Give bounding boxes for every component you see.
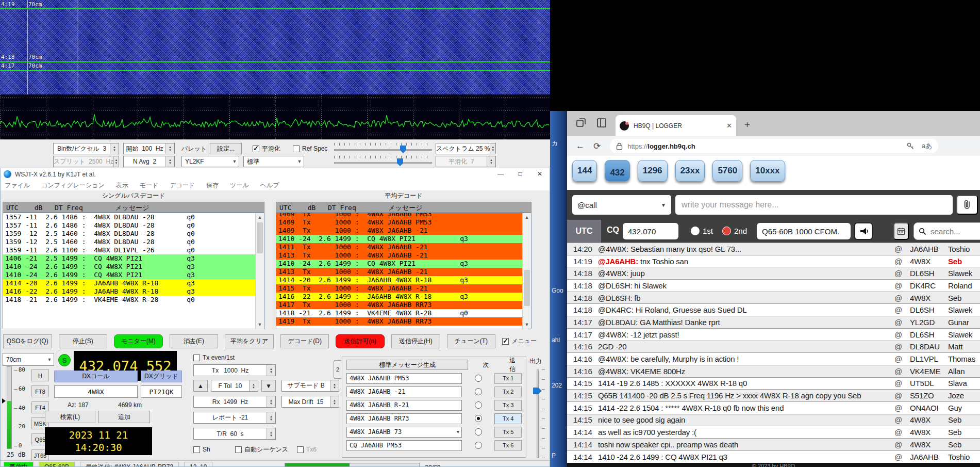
chat-callsign[interactable]: DL8DAU <box>910 342 948 351</box>
close-button[interactable]: ✕ <box>530 168 550 180</box>
chat-at-symbol[interactable]: @ <box>894 318 910 327</box>
browser-tab[interactable]: HB9Q | LOGGER ✕ <box>616 115 736 136</box>
tx-message-field[interactable]: CQ JA6AHB PM53▼ <box>346 440 462 451</box>
menu-item[interactable]: 保存 <box>206 181 219 190</box>
chat-at-symbol[interactable]: @ <box>894 428 910 437</box>
chat-callsign[interactable]: 4W8X <box>910 257 948 266</box>
scroll-down-icon[interactable]: ▼ <box>256 320 264 329</box>
cq-frequency-input[interactable] <box>623 223 678 239</box>
maximize-button[interactable]: □ <box>510 168 530 180</box>
chat-callsign[interactable]: DL6SH <box>910 305 948 314</box>
max-drift-spinner[interactable]: Max Drift 15▲▼ <box>281 396 339 408</box>
action-button[interactable]: 送信停止(H) <box>391 334 440 348</box>
decode-row[interactable]: 1413 Tx 1000 : 4W8X JA6AHB -21 <box>276 251 522 260</box>
action-button[interactable]: 送信許可(n) <box>336 334 385 348</box>
spinner-arrows-icon[interactable]: ▲▼ <box>110 143 119 154</box>
decode-row[interactable]: 1414 -20 2.6 1499 : JA6AHB 4W8X R-18 q3 <box>276 276 522 284</box>
tx-message-field[interactable]: 4W8X JA6AHB RR73▼ <box>346 413 462 424</box>
tx-message-field[interactable]: 4W8X JA6AHB PM53▼ <box>346 373 462 384</box>
spinner-arrows-icon[interactable]: ▲▼ <box>267 412 275 423</box>
scroll-thumb[interactable] <box>257 222 263 253</box>
bins-per-pixel-spinner[interactable]: Bin数/ピクセル 3 ▲▼ <box>53 143 119 154</box>
chat-row[interactable]: 14:15 1414 -19 2.6 1485 : XXXXXX 4W8X R-… <box>567 377 980 390</box>
tx-message-field[interactable]: 4W8X JA6AHB -21▼ <box>346 387 462 397</box>
scroll-down-icon[interactable]: ▼ <box>523 320 531 329</box>
tx-button[interactable]: Tx 4 <box>494 413 522 424</box>
chat-callsign[interactable]: VK4EME <box>910 367 948 376</box>
chat-at-symbol[interactable]: @ <box>894 355 910 363</box>
next-radio[interactable] <box>475 428 482 436</box>
url-field[interactable]: https://logger.hb9q.ch aあ <box>610 139 938 153</box>
menu-item[interactable]: ヘルプ <box>260 181 279 190</box>
n-avg-spinner[interactable]: N Avg 2 ▲▼ <box>123 156 175 167</box>
flatten-select[interactable]: 標準▼ <box>243 156 304 167</box>
action-button[interactable]: デコード(D) <box>280 334 329 348</box>
new-tab-button[interactable]: + <box>744 120 750 130</box>
chat-at-symbol[interactable]: @ <box>894 245 910 253</box>
lookup-button[interactable]: 検索(L) <box>45 411 95 423</box>
chat-callsign[interactable]: UT5DL <box>910 379 948 388</box>
at-call-select[interactable]: @call▼ <box>572 195 671 215</box>
cq-message-input[interactable] <box>757 223 851 239</box>
decode-row[interactable]: 1357 -11 2.6 1486 : 4W8X DL8DAU -28 q0 <box>3 221 255 230</box>
band-button[interactable]: 5760 <box>712 160 742 182</box>
report-spinner[interactable]: レポート -21▲▼ <box>193 412 276 424</box>
tab-close-icon[interactable]: ✕ <box>726 122 732 130</box>
chat-message-input[interactable] <box>675 195 953 215</box>
tx-to-rx-button[interactable]: ▲ <box>193 380 208 392</box>
average-decode-panel[interactable]: 1409 Tx 1000 : 4W8X JA6AHB PM531409 Tx 1… <box>276 213 531 329</box>
power-slider-track[interactable] <box>537 369 539 458</box>
chat-at-symbol[interactable]: @ <box>894 305 910 314</box>
chat-at-symbol[interactable]: @ <box>894 453 910 461</box>
search-field[interactable] <box>913 222 980 240</box>
action-button[interactable]: チューン(T) <box>447 334 496 348</box>
translate-icon[interactable]: aあ <box>922 141 933 151</box>
tx-button[interactable]: Tx 2 <box>494 387 522 397</box>
decode-row[interactable]: 1409 Tx 1000 : 4W8X JA6AHB PM53 <box>276 218 522 227</box>
chat-callsign[interactable]: JA6AHB <box>910 245 948 253</box>
decode-row[interactable]: 1417 Tx 1000 : 4W8X JA6AHB RR73 <box>276 301 522 309</box>
tx-button[interactable]: Tx 5 <box>494 427 522 438</box>
menu-item[interactable]: コンフィグレーション <box>41 181 105 190</box>
chat-callsign[interactable]: JA6AHB <box>910 453 948 461</box>
tr-period-spinner[interactable]: T/R 60 s▲▼ <box>193 428 276 440</box>
decode-row[interactable]: 1406 -21 2.5 1499 : CQ 4W8X PI21 q3 <box>3 254 255 263</box>
decode-row[interactable]: 1411 Tx 1000 : 4W8X JA6AHB -21 <box>276 243 522 251</box>
tx-button[interactable]: Tx 6 <box>494 440 522 451</box>
f-tol-spinner[interactable]: F Tol 10▲▼ <box>211 380 258 392</box>
chat-callsign[interactable]: 4W8X <box>910 428 948 437</box>
action-button[interactable]: 停止(S) <box>59 334 108 348</box>
band-button[interactable]: 1296 <box>638 160 668 182</box>
band-button[interactable]: 23xx <box>675 160 705 182</box>
tx-button[interactable]: Tx 1 <box>494 373 522 384</box>
title-bar[interactable]: WSJT-X v2.6.1 by K1JT et al. — □ ✕ <box>1 168 550 180</box>
spinner-arrows-icon[interactable]: ▲▼ <box>165 143 174 154</box>
submode-spinner[interactable]: サブモード B▲▼ <box>281 380 339 392</box>
chat-at-symbol[interactable]: @ <box>894 415 910 424</box>
calendar-button[interactable] <box>893 222 909 240</box>
search-input[interactable] <box>931 227 972 236</box>
decode-row[interactable]: 1359 -12 2.5 1460 : 4W8X DL8DAU -28 q0 <box>3 230 255 238</box>
decode-row[interactable]: 1414 -20 2.6 1499 : JA6AHB 4W8X R-18 q3 <box>3 279 255 287</box>
ref-spec-checkbox[interactable]: Ref Spec <box>293 143 327 154</box>
chat-callsign[interactable]: DK4RC <box>910 281 948 290</box>
tx-freq-spinner[interactable]: Tx 1000 Hz▲▼ <box>193 364 276 376</box>
decode-row[interactable]: 1419 Tx 1000 : 4W8X JA6AHB RR73 <box>276 317 522 326</box>
menu-item[interactable]: デコード <box>170 181 195 190</box>
chat-callsign[interactable]: S51ZO <box>910 391 948 400</box>
chat-callsign[interactable]: 4W8X <box>910 294 948 302</box>
action-button[interactable]: 消去(E) <box>170 334 219 348</box>
decode-row[interactable]: 1416 -22 2.6 1499 : JA6AHB 4W8X R-18 q3 <box>276 293 522 301</box>
chat-row[interactable]: 14:14 as well as ic9700 yesterday :( @ 4… <box>567 426 980 438</box>
decode-row[interactable]: 1359 -12 2.5 1460 : 4W8X DL8DAU -28 q0 <box>3 238 255 246</box>
password-key-icon[interactable] <box>906 142 915 150</box>
back-icon[interactable]: ← <box>576 141 585 151</box>
scroll-up-icon[interactable]: ▲ <box>523 213 531 221</box>
decode-row[interactable]: 1410 -24 2.6 1499 : CQ 4W8X PI21 q3 <box>276 235 522 243</box>
chat-row[interactable]: 14:18 @DL6SH: fb @ 4W8X Seb <box>567 292 980 304</box>
chat-at-symbol[interactable]: @ <box>894 404 910 412</box>
rx-freq-spinner[interactable]: Rx 1499 Hz▲▼ <box>193 396 276 408</box>
dx-call-field[interactable]: 4W8X <box>54 385 138 398</box>
chat-row[interactable]: 14:16 2GD -20 @ DL8DAU Matt <box>567 341 980 353</box>
chat-row[interactable]: 14:16 @4W8X: be carefully, Murphy is in … <box>567 352 980 365</box>
